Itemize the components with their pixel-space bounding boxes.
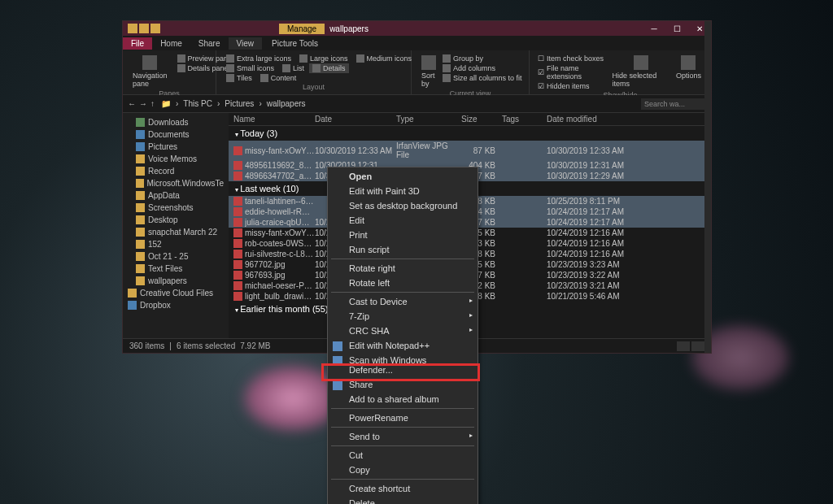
layout-small[interactable]: Small icons [223, 63, 277, 73]
sidebar-item[interactable]: Pictures [123, 141, 229, 153]
sidebar-item[interactable]: wallpapers [123, 275, 229, 287]
menu-item-open[interactable]: Open [328, 169, 478, 184]
sidebar-item[interactable]: Record [123, 165, 229, 177]
menu-separator [331, 408, 474, 409]
size-all-columns[interactable]: Size all columns to fit [439, 73, 526, 83]
sidebar-item[interactable]: 152 [123, 238, 229, 250]
quick-access-icons [123, 24, 165, 33]
menu-separator [331, 479, 474, 480]
search-input[interactable]: Search wa... [641, 98, 706, 110]
menu-item-7-zip[interactable]: 7-Zip [328, 309, 478, 324]
menu-item-edit[interactable]: Edit [328, 213, 478, 228]
menu-file[interactable]: File [123, 37, 152, 50]
sidebar-item[interactable]: Documents [123, 128, 229, 141]
menu-home[interactable]: Home [152, 37, 190, 50]
menu-picture-tools[interactable]: Picture Tools [264, 37, 326, 50]
status-size: 7.92 MB [240, 341, 270, 350]
sidebar-item[interactable]: Voice Memos [123, 153, 229, 165]
forward-button[interactable]: → [139, 99, 147, 108]
item-check-boxes[interactable]: Item check boxes [536, 54, 609, 63]
window-title: wallpapers [329, 24, 369, 33]
layout-extra-large[interactable]: Extra large icons [223, 54, 294, 63]
back-button[interactable]: ← [128, 99, 136, 108]
navigation-pane-button[interactable]: Navigation pane [129, 54, 171, 89]
menu-item-copy[interactable]: Copy [328, 463, 478, 477]
layout-list[interactable]: List [279, 63, 307, 73]
layout-large[interactable]: Large icons [296, 54, 351, 63]
sidebar-item[interactable]: Screenshots [123, 202, 229, 214]
breadcrumb: ← → ↑ 📁 › This PC › Pictures › wallpaper… [123, 95, 711, 113]
sidebar-item[interactable]: Dropbox [123, 299, 229, 311]
sidebar-item[interactable]: Creative Cloud Files [123, 287, 229, 299]
layout-label: Layout [223, 83, 404, 91]
up-button[interactable]: ↑ [150, 99, 155, 108]
view-details-button[interactable] [677, 341, 690, 351]
menu-item-crc-sha[interactable]: CRC SHA [328, 324, 478, 338]
menu-item-print[interactable]: Print [328, 228, 478, 242]
menu-separator [331, 427, 474, 428]
add-columns[interactable]: Add columns [439, 63, 526, 73]
hidden-items[interactable]: Hidden items [536, 81, 609, 91]
sidebar-item[interactable]: Microsoft.WindowsTe [123, 177, 229, 189]
menu-item-cast-to-device[interactable]: Cast to Device [328, 294, 478, 309]
maximize-button[interactable]: ☐ [665, 21, 688, 36]
sort-by-button[interactable]: Sort by [418, 54, 439, 89]
menu-item-cut[interactable]: Cut [328, 448, 478, 463]
menu-item-run-script[interactable]: Run script [328, 242, 478, 257]
menu-item-send-to[interactable]: Send to [328, 429, 478, 444]
menu-share[interactable]: Share [190, 37, 229, 50]
ribbon: Navigation pane Preview pane Details pan… [123, 50, 711, 95]
menu-item-rotate-right[interactable]: Rotate right [328, 261, 478, 276]
navigation-sidebar: DownloadsDocumentsPicturesVoice MemosRec… [123, 113, 229, 338]
menu-item-delete[interactable]: Delete [328, 496, 478, 504]
options-button[interactable]: Options [673, 54, 704, 91]
folder-icon: 📁 [159, 99, 172, 108]
file-name-extensions[interactable]: File name extensions [536, 63, 609, 81]
status-selected-count: 6 items selected [177, 341, 235, 350]
menu-item-edit-with-notepad-[interactable]: Edit with Notepad++ [328, 338, 478, 353]
menu-item-add-to-a-shared-album[interactable]: Add to a shared album [328, 392, 478, 406]
sidebar-item[interactable]: snapchat March 22 [123, 226, 229, 238]
manage-tab[interactable]: Manage [279, 24, 325, 34]
layout-medium[interactable]: Medium icons [353, 54, 416, 63]
status-item-count: 360 items [129, 341, 164, 350]
menu-item-scan-with-windows-defender-[interactable]: Scan with Windows Defender... [328, 353, 478, 377]
menu-separator [331, 445, 474, 446]
menu-separator [331, 259, 474, 259]
menu-item-share[interactable]: Share [328, 377, 478, 392]
group-header[interactable]: Today (3) [229, 126, 711, 141]
hide-selected-button[interactable]: Hide selected items [609, 54, 673, 91]
menu-separator [331, 292, 474, 293]
layout-tiles[interactable]: Tiles [223, 73, 255, 83]
sidebar-item[interactable]: Text Files [123, 263, 229, 275]
sidebar-item[interactable]: Desktop [123, 214, 229, 226]
view-large-button[interactable] [691, 341, 704, 351]
sidebar-item[interactable]: Oct 21 - 25 [123, 250, 229, 263]
address-bar[interactable]: 📁 › This PC › Pictures › wallpapers [159, 99, 636, 108]
menu-item-edit-with-paint-3d[interactable]: Edit with Paint 3D [328, 184, 478, 198]
layout-details[interactable]: Details [309, 63, 349, 73]
column-headers[interactable]: NameDateTypeSizeTagsDate modified [229, 113, 711, 126]
menubar: File Home Share View Picture Tools [123, 36, 711, 50]
menu-item-rotate-left[interactable]: Rotate left [328, 276, 478, 290]
minimize-button[interactable]: ─ [643, 21, 665, 36]
group-by[interactable]: Group by [439, 54, 526, 63]
titlebar: Manage wallpapers ─ ☐ ✕ [123, 21, 711, 36]
menu-item-create-shortcut[interactable]: Create shortcut [328, 481, 478, 496]
sidebar-item[interactable]: Downloads [123, 116, 229, 128]
menu-item-powerrename[interactable]: PowerRename [328, 411, 478, 425]
scrollbar[interactable] [704, 126, 711, 338]
menu-view[interactable]: View [229, 37, 263, 50]
sidebar-item[interactable]: AppData [123, 189, 229, 202]
layout-content[interactable]: Content [257, 73, 300, 83]
context-menu: OpenEdit with Paint 3DSet as desktop bac… [327, 167, 478, 504]
menu-item-set-as-desktop-background[interactable]: Set as desktop background [328, 198, 478, 213]
file-row[interactable]: missy-fant-xOwYw...10/30/2019 12:33 AMIr… [229, 141, 711, 160]
